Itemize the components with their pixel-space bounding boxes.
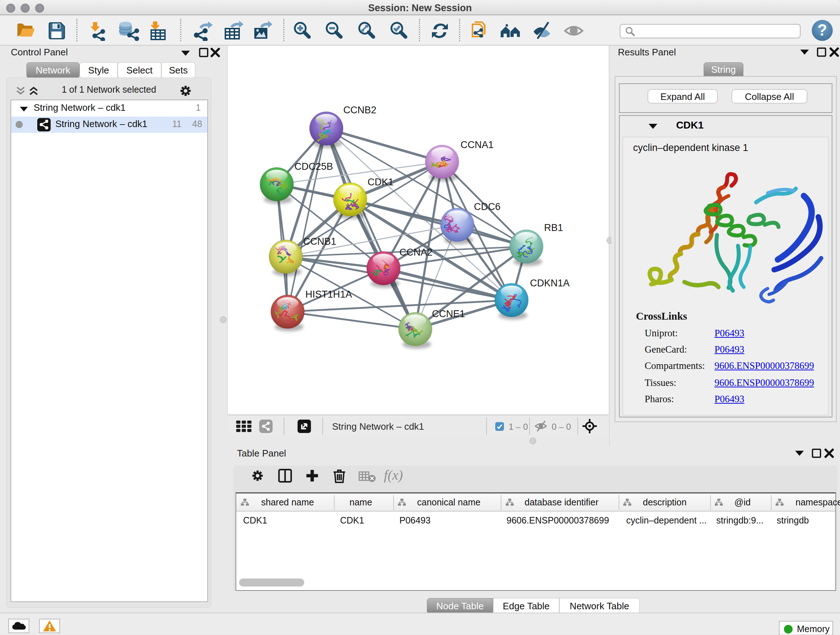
svg-text:CDKN1A: CDKN1A [530,278,570,288]
svg-text:CCNA2: CCNA2 [399,247,433,258]
svg-text:CDC25B: CDC25B [294,161,333,172]
svg-text:CCNA1: CCNA1 [461,139,494,150]
svg-text:CCNB2: CCNB2 [343,105,377,116]
svg-text:CDC6: CDC6 [474,201,501,212]
svg-text:CCNE1: CCNE1 [432,309,465,319]
svg-text:CCNB1: CCNB1 [303,236,336,247]
svg-text:RB1: RB1 [544,222,563,233]
svg-text:CDK1: CDK1 [368,177,393,187]
svg-text:HIST1H1A: HIST1H1A [305,289,352,300]
